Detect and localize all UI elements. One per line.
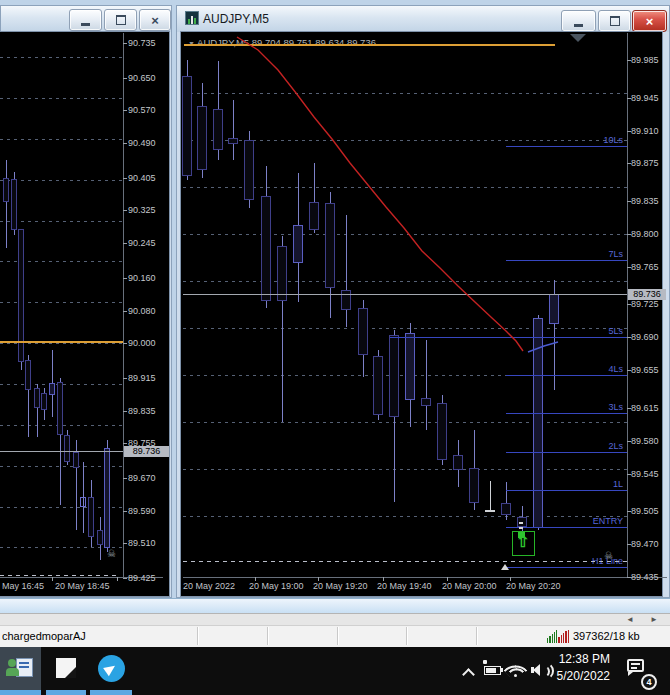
candle-wick xyxy=(490,481,491,512)
round-level-line xyxy=(184,44,555,46)
candle-body xyxy=(88,497,94,537)
price-tick-label: 90.000 xyxy=(128,338,156,348)
candle-body xyxy=(453,455,463,470)
current-price-line xyxy=(183,294,627,295)
price-tick-label: 89.985 xyxy=(631,55,659,65)
marker-dash xyxy=(519,522,523,524)
price-tick-mark xyxy=(123,78,127,79)
price-tick-label: 89.655 xyxy=(631,365,659,375)
notification-center-icon[interactable] xyxy=(627,659,644,672)
price-tick-label: 89.470 xyxy=(631,539,659,549)
candle-body xyxy=(25,360,31,390)
candle-body xyxy=(421,398,431,406)
time-label: 20 May 19:40 xyxy=(377,581,432,591)
candle-body xyxy=(341,290,351,310)
candle-body xyxy=(437,403,447,460)
price-tick-mark xyxy=(123,178,127,179)
price-tick-label: 89.505 xyxy=(631,506,659,516)
status-divider xyxy=(267,627,268,645)
price-tick-mark xyxy=(123,511,127,512)
tab-scroll-right-icon[interactable]: ► xyxy=(650,615,658,625)
tray-clock-date[interactable]: 5/20/2022 xyxy=(540,669,610,683)
price-tick-label: 90.570 xyxy=(128,105,156,115)
price-tick-label: 90.735 xyxy=(128,38,156,48)
candle-body xyxy=(3,178,9,202)
price-tick-mark xyxy=(123,578,127,579)
price-tick-label: 89.725 xyxy=(631,299,659,309)
price-tick-label: 89.545 xyxy=(631,469,659,479)
level-line-3ls xyxy=(506,413,627,414)
price-tick-mark xyxy=(123,443,127,444)
price-tick-mark xyxy=(123,311,127,312)
tray-clock-time[interactable]: 12:38 PM xyxy=(540,652,610,666)
price-tick-label: 89.835 xyxy=(128,406,156,416)
horizontal-scrollbar[interactable] xyxy=(0,598,670,613)
price-tick-label: 89.590 xyxy=(128,506,156,516)
running-indicator xyxy=(46,690,86,695)
price-tick-mark xyxy=(123,278,127,279)
price-axis-line xyxy=(123,33,124,577)
level-line-7ls xyxy=(506,260,627,261)
level-line-1l xyxy=(506,490,627,491)
candle-body xyxy=(97,530,103,545)
candle-body xyxy=(213,109,223,150)
price-tick-mark xyxy=(123,43,127,44)
candle-body xyxy=(73,452,79,468)
taskbar-item-telegram[interactable] xyxy=(90,647,132,690)
price-tick-label: 90.245 xyxy=(128,238,156,248)
candle-body xyxy=(373,356,383,415)
level-line-entry xyxy=(506,527,627,528)
level-line-4ls xyxy=(506,375,627,376)
time-tick-mark xyxy=(255,577,256,581)
price-tick-label: 90.490 xyxy=(128,138,156,148)
price-tick-mark xyxy=(123,543,127,544)
time-tick-mark xyxy=(383,577,384,581)
level-line-10ls xyxy=(506,146,627,147)
price-tick-label: 89.435 xyxy=(631,572,659,582)
level-label: 10Ls xyxy=(543,135,623,145)
candle-wick xyxy=(426,340,427,430)
status-divider xyxy=(197,627,198,645)
price-tick-mark xyxy=(123,110,127,111)
status-account-text: chargedmoparAJ xyxy=(2,630,86,642)
power-plug-icon xyxy=(483,660,487,664)
price-tick-label: 89.510 xyxy=(128,538,156,548)
grid-line xyxy=(183,281,627,282)
price-tick-label: 90.080 xyxy=(128,306,156,316)
price-tick-label: 89.580 xyxy=(631,436,659,446)
price-tick-mark xyxy=(123,210,127,211)
small-arrow-marker xyxy=(501,564,509,570)
level-label: 7Ls xyxy=(543,249,623,259)
candle-wick xyxy=(346,215,347,327)
price-tick-label: 90.650 xyxy=(128,73,156,83)
price-tick-label: 89.425 xyxy=(128,573,156,583)
price-tick-label: 89.910 xyxy=(631,126,659,136)
candle-body xyxy=(104,448,110,548)
taskbar-item-notes[interactable] xyxy=(46,647,86,690)
candle-body xyxy=(57,382,63,435)
candle-body xyxy=(64,435,70,462)
price-tick-label: 90.325 xyxy=(128,205,156,215)
candle-body xyxy=(244,140,254,200)
level-label: 4Ls xyxy=(543,364,623,374)
tab-scroll-left-icon[interactable]: ◄ xyxy=(626,615,634,625)
level-label: 3Ls xyxy=(543,402,623,412)
candle-wick xyxy=(233,100,234,160)
notification-badge[interactable]: 4 xyxy=(641,674,657,690)
candle-body xyxy=(41,393,47,410)
price-tick-label: 89.765 xyxy=(631,262,659,272)
time-label: 20 May 2022 xyxy=(183,581,235,591)
tray-expand-icon[interactable] xyxy=(462,668,475,681)
status-bar: chargedmoparAJ xyxy=(0,625,670,647)
price-tick-mark xyxy=(123,143,127,144)
candle-body xyxy=(277,246,287,301)
candle-body xyxy=(197,106,207,170)
price-tick-label: 89.690 xyxy=(631,332,659,342)
candle-body xyxy=(533,318,543,528)
grid-line xyxy=(183,93,627,94)
price-tick-label: 89.670 xyxy=(128,473,156,483)
round-level-line-left xyxy=(0,341,123,343)
scroll-to-end-icon[interactable] xyxy=(570,34,586,42)
running-indicator xyxy=(90,690,132,695)
taskbar-item-mt4[interactable] xyxy=(0,647,41,690)
